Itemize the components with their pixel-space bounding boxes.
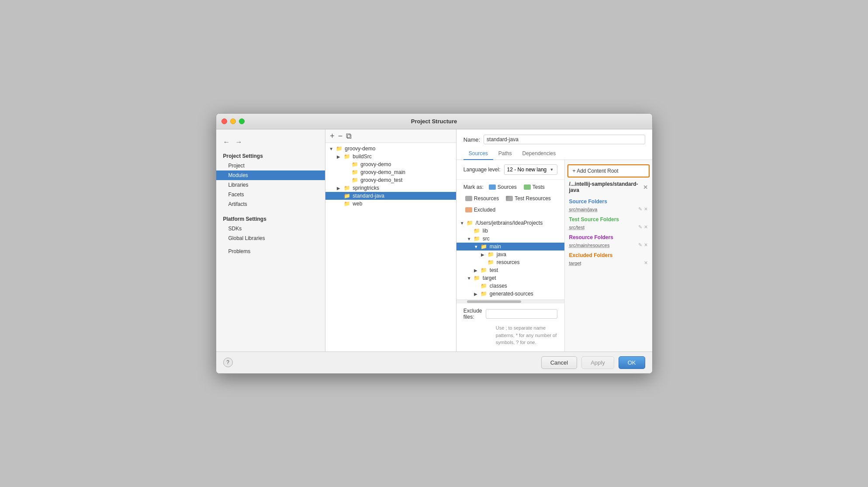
sidebar-item-global-libraries[interactable]: Global Libraries (216, 233, 325, 243)
file-node-classes[interactable]: 📁 classes (456, 282, 564, 290)
arrow-main: ▼ (474, 244, 480, 249)
tab-content: Language level: 8 - Lambdas, type annota… (456, 160, 652, 351)
file-node-java[interactable]: ▶ 📁 java (456, 250, 564, 258)
sidebar-item-modules[interactable]: Modules (216, 170, 325, 180)
add-content-root-button[interactable]: + Add Content Root (567, 164, 650, 177)
apply-button[interactable]: Apply (581, 356, 614, 369)
cancel-button[interactable]: Cancel (541, 356, 577, 369)
remove-content-root-button[interactable]: ✕ (643, 184, 648, 191)
file-node-generated-sources[interactable]: ▶ 📁 generated-sources (456, 290, 564, 298)
remove-module-button[interactable]: − (338, 132, 343, 140)
remove-source-folder-0[interactable]: ✕ (644, 206, 648, 212)
close-button[interactable] (221, 118, 227, 124)
maximize-button[interactable] (239, 118, 245, 124)
file-node-lib[interactable]: 📁 lib (456, 227, 564, 235)
test-folder-icons-0: ✎ ✕ (638, 224, 648, 230)
arrow-src: ▼ (467, 237, 473, 241)
tab-sources[interactable]: Sources (463, 148, 493, 160)
tree-node-web[interactable]: 📁 web (325, 200, 456, 208)
sidebar-item-problems[interactable]: Problems (216, 247, 325, 256)
sidebar-item-sdks[interactable]: SDKs (216, 224, 325, 233)
ok-button[interactable]: OK (619, 356, 645, 369)
folder-icon-groovy-demo-mod: 📁 (351, 161, 359, 167)
resource-folders-title: Resource Folders (565, 231, 652, 241)
back-button[interactable]: ← (223, 138, 230, 146)
excluded-folder-icon (465, 207, 472, 212)
label-src: src (483, 236, 490, 242)
icon-classes: 📁 (480, 283, 488, 289)
tab-paths[interactable]: Paths (493, 148, 517, 160)
tabs-row: Sources Paths Dependencies (456, 148, 652, 160)
label-classes: classes (490, 283, 507, 289)
source-folders-title: Source Folders (565, 195, 652, 205)
sidebar-item-artifacts[interactable]: Artifacts (216, 199, 325, 209)
tree-label-buildsrc: buildSrc (353, 153, 371, 160)
forward-button[interactable]: → (235, 138, 242, 146)
content-root-path-label: /...intellij-samples/standard-java (569, 181, 643, 193)
horizontal-scrollbar[interactable] (456, 299, 564, 303)
name-input[interactable] (484, 135, 645, 144)
label-ideaprojects: /Users/jetbrains/IdeaProjects (476, 220, 543, 226)
mark-tests-button[interactable]: Tests (522, 183, 546, 191)
edit-resource-folder-0[interactable]: ✎ (638, 242, 642, 248)
tree-node-groovy-demo[interactable]: ▼ 📁 groovy-demo (325, 145, 456, 153)
bottom-buttons: Cancel Apply OK (541, 356, 645, 369)
tree-toolbar: + − ⧉ (325, 129, 456, 143)
file-node-resources[interactable]: 📁 resources (456, 258, 564, 266)
language-level-label: Language level: (463, 167, 501, 173)
help-button[interactable]: ? (223, 358, 233, 367)
language-level-select[interactable]: 8 - Lambdas, type annotations etc.11 - L… (504, 164, 557, 175)
folder-icon-groovy-demo-test: 📁 (351, 177, 359, 183)
tab-dependencies[interactable]: Dependencies (517, 148, 561, 160)
file-node-target[interactable]: ▼ 📁 target (456, 274, 564, 282)
edit-source-folder-0[interactable]: ✎ (638, 206, 642, 212)
mark-resources-button[interactable]: Resources (463, 195, 501, 202)
tree-node-groovy-demo-test[interactable]: 📁 groovy-demo_test (325, 176, 456, 184)
label-main: main (490, 244, 501, 250)
file-node-ideaprojects[interactable]: ▼ 📁 /Users/jetbrains/IdeaProjects (456, 219, 564, 227)
tree-node-buildsrc[interactable]: ▶ 📁 buildSrc (325, 153, 456, 160)
sidebar-item-facets[interactable]: Facets (216, 190, 325, 199)
icon-main: 📁 (480, 244, 488, 250)
source-folder-entry-0: src/main/java ✎ ✕ (565, 205, 652, 213)
resource-folder-icons-0: ✎ ✕ (638, 242, 648, 248)
test-resources-folder-icon (506, 196, 513, 201)
mark-tests-label: Tests (533, 184, 545, 190)
mark-test-resources-button[interactable]: Test Resources (504, 195, 553, 202)
file-node-src[interactable]: ▼ 📁 src (456, 235, 564, 243)
tree-node-standard-java[interactable]: 📁 standard-java (325, 192, 456, 200)
icon-java: 📁 (487, 251, 495, 257)
mark-sources-button[interactable]: Sources (487, 183, 519, 191)
sidebar-item-project[interactable]: Project (216, 161, 325, 170)
exclude-files-input[interactable] (486, 309, 557, 319)
excluded-folders-title: Excluded Folders (565, 249, 652, 259)
scrollbar-thumb (467, 300, 521, 303)
copy-module-button[interactable]: ⧉ (346, 132, 352, 140)
tree-node-groovy-demo-main[interactable]: 📁 groovy-demo_main (325, 168, 456, 176)
label-target: target (483, 275, 496, 281)
icon-resources: 📁 (487, 259, 495, 265)
arrow-ideaprojects: ▼ (460, 221, 466, 226)
label-test: test (490, 267, 498, 273)
remove-resource-folder-0[interactable]: ✕ (644, 242, 648, 248)
remove-test-folder-0[interactable]: ✕ (644, 224, 648, 230)
bottom-bar: ? Cancel Apply OK (216, 351, 652, 373)
language-level-select-wrapper: 8 - Lambdas, type annotations etc.11 - L… (504, 164, 557, 175)
module-tree-panel: + − ⧉ ▼ 📁 groovy-demo ▶ 📁 buildSrc (325, 129, 456, 351)
edit-test-folder-0[interactable]: ✎ (638, 224, 642, 230)
tree-node-groovy-demo-mod[interactable]: 📁 groovy-demo (325, 160, 456, 168)
mark-excluded-label: Excluded (474, 207, 495, 213)
file-node-test[interactable]: ▶ 📁 test (456, 266, 564, 274)
mark-as-row: Mark as: Sources Tests Resources (456, 180, 564, 217)
minimize-button[interactable] (230, 118, 236, 124)
exclude-hint: Use ; to separate name patterns, * for a… (456, 324, 564, 351)
file-node-main[interactable]: ▼ 📁 main (456, 243, 564, 250)
remove-excluded-folder-0[interactable]: ✕ (644, 260, 648, 266)
add-module-button[interactable]: + (330, 132, 335, 140)
sidebar-item-libraries[interactable]: Libraries (216, 180, 325, 190)
folder-icon-groovy-demo-main: 📁 (351, 169, 359, 175)
sources-folder-icon (489, 184, 496, 190)
mark-excluded-button[interactable]: Excluded (463, 206, 497, 214)
tree-node-springtricks[interactable]: ▶ 📁 springtricks (325, 184, 456, 192)
exclude-files-row: Exclude files: (456, 303, 564, 324)
